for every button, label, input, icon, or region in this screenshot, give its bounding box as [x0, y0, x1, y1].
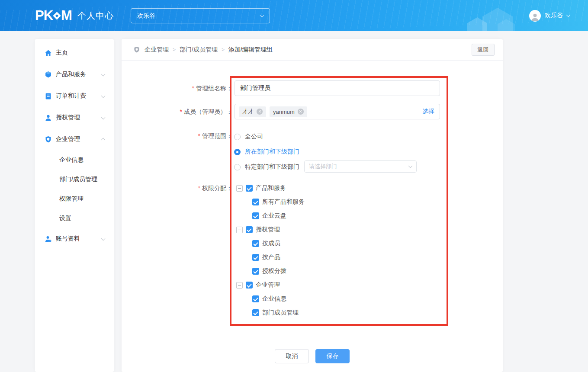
permissions-tree: 产品和服务 所有产品和服务 企业云盘 授权管理 按成员 按产品 [236, 181, 305, 320]
checkbox-checked-icon[interactable] [246, 185, 253, 192]
select-members-link[interactable]: 选择 [422, 108, 434, 115]
radio-label: 特定部门和下级部门 [245, 163, 299, 171]
sidebar: 主页 产品和服务 订单和计费 授权管理 企业管理 企业信息 部门/成员管理 权限… [35, 39, 114, 372]
radio-selected-icon[interactable] [234, 149, 241, 155]
checkbox-checked-icon[interactable] [252, 240, 259, 247]
sidebar-subitem-permission-mgmt[interactable]: 权限管理 [35, 189, 114, 208]
breadcrumb-item-dept-members[interactable]: 部门/成员管理 [180, 46, 218, 54]
tree-node-label: 企业信息 [262, 295, 286, 303]
tree-row-child: 企业信息 [252, 292, 305, 306]
tree-node-label: 企业管理 [256, 281, 280, 289]
scope-radio-whole-company[interactable]: 全公司 [234, 133, 263, 141]
tree-node-label: 按产品 [262, 253, 280, 261]
org-selector-dropdown[interactable]: 欢乐谷 [131, 8, 270, 23]
org-selector-value: 欢乐谷 [137, 12, 155, 20]
breadcrumb-item-enterprise[interactable]: 企业管理 [145, 46, 169, 54]
back-button[interactable]: 返回 [472, 44, 495, 56]
checkbox-checked-icon[interactable] [252, 199, 259, 205]
department-select-placeholder: 请选择部门 [309, 163, 337, 170]
checkbox-checked-icon[interactable] [252, 295, 259, 302]
sidebar-subitem-enterprise-info[interactable]: 企业信息 [35, 150, 114, 170]
sidebar-item-enterprise[interactable]: 企业管理 [35, 128, 114, 150]
required-asterisk: * [198, 185, 200, 192]
sidebar-item-home[interactable]: 主页 [35, 42, 114, 64]
sidebar-subitem-label: 部门/成员管理 [59, 176, 97, 183]
chevron-down-icon [101, 93, 106, 98]
scope-radio-specific-dept[interactable]: 特定部门和下级部门 [234, 163, 299, 171]
collapse-minus-icon[interactable] [236, 282, 243, 289]
group-name-input[interactable] [235, 80, 440, 96]
top-header: PKM 个人中心 欢乐谷 欢乐谷 [0, 0, 588, 31]
user-gear-icon [45, 235, 52, 243]
group-name-label: *管理组名称： [122, 80, 232, 96]
permissions-label: *权限分配： [122, 182, 232, 194]
member-tag-name: yanmum [273, 109, 295, 115]
breadcrumb-separator: > [218, 47, 228, 53]
tree-row-child: 按成员 [252, 237, 305, 250]
logo-pk: PK [35, 8, 53, 23]
checkbox-checked-icon[interactable] [246, 226, 253, 233]
logo-diamond-icon [53, 12, 61, 19]
home-icon [45, 49, 52, 57]
sidebar-subitem-label: 企业信息 [59, 156, 84, 164]
group-name-field-wrap [235, 80, 440, 96]
sidebar-subitem-settings[interactable]: 设置 [35, 208, 114, 228]
sidebar-item-account[interactable]: 账号资料 [35, 228, 114, 250]
main-content: 企业管理 > 部门/成员管理 > 添加/编辑管理组 返回 *管理组名称： *成员… [122, 39, 503, 372]
checkbox-checked-icon[interactable] [252, 309, 259, 316]
checkbox-checked-icon[interactable] [252, 212, 259, 219]
checkbox-checked-icon[interactable] [252, 268, 259, 275]
pkpm-logo: PKM 个人中心 [35, 0, 114, 31]
sidebar-item-label: 主页 [56, 49, 68, 57]
tree-row-parent: 授权管理 [236, 223, 305, 237]
chevron-up-icon [101, 138, 106, 142]
remove-member-icon[interactable] [298, 109, 304, 115]
sidebar-item-products[interactable]: 产品和服务 [35, 64, 114, 85]
collapse-minus-icon[interactable] [236, 185, 243, 192]
breadcrumb: 企业管理 > 部门/成员管理 > 添加/编辑管理组 返回 [122, 39, 503, 61]
person-icon [530, 13, 540, 22]
tree-node-label: 按成员 [262, 240, 280, 247]
members-label: *成员（管理员）： [122, 104, 232, 119]
tree-node-label: 授权分拨 [262, 267, 286, 275]
member-tag: 才才 [239, 106, 266, 117]
department-select-dropdown[interactable]: 请选择部门 [304, 160, 417, 173]
chevron-down-icon [101, 72, 106, 76]
scope-radio-own-dept[interactable]: 所在部门和下级部门 [234, 148, 299, 156]
chevron-down-icon [408, 164, 413, 168]
remove-member-icon[interactable] [257, 109, 263, 115]
user-menu[interactable]: 欢乐谷 [529, 0, 570, 31]
shield-icon [45, 136, 52, 143]
chevron-down-icon [101, 236, 106, 241]
sidebar-item-label: 账号资料 [56, 235, 80, 243]
chevron-down-icon [101, 115, 106, 119]
user-name: 欢乐谷 [545, 12, 563, 19]
members-field[interactable]: 才才 yanmum 选择 [235, 104, 440, 119]
tree-row-child: 按产品 [252, 250, 305, 264]
collapse-minus-icon[interactable] [236, 227, 243, 233]
sidebar-item-label: 授权管理 [56, 114, 80, 122]
sidebar-item-label: 企业管理 [56, 135, 80, 143]
sidebar-item-label: 订单和计费 [56, 92, 86, 100]
required-asterisk: * [192, 85, 194, 92]
required-asterisk: * [180, 108, 182, 115]
breadcrumb-item-current: 添加/编辑管理组 [228, 46, 273, 54]
tree-node-label: 所有产品和服务 [262, 198, 305, 206]
personal-center-title: 个人中心 [77, 10, 114, 22]
sidebar-subitem-dept-members[interactable]: 部门/成员管理 [35, 170, 114, 189]
checkbox-checked-icon[interactable] [246, 282, 253, 289]
radio-unselected-icon[interactable] [234, 134, 241, 140]
chevron-down-icon [566, 13, 571, 17]
required-asterisk: * [198, 132, 200, 139]
member-tag-name: 才才 [242, 108, 254, 115]
tree-node-label: 授权管理 [256, 226, 280, 234]
tree-row-child: 授权分拨 [252, 264, 305, 278]
sidebar-item-license[interactable]: 授权管理 [35, 107, 114, 128]
tree-row-parent: 产品和服务 [236, 181, 305, 195]
save-button[interactable]: 保存 [315, 349, 350, 363]
cancel-button[interactable]: 取消 [275, 349, 309, 363]
shield-breadcrumb-icon [133, 46, 140, 53]
sidebar-item-orders[interactable]: 订单和计费 [35, 85, 114, 107]
radio-unselected-icon[interactable] [234, 164, 241, 170]
checkbox-checked-icon[interactable] [252, 254, 259, 261]
